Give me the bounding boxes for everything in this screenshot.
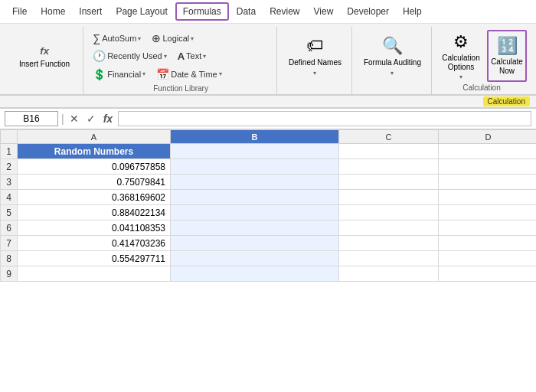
menu-file[interactable]: File — [6, 4, 33, 19]
formula-auditing-dropdown-icon: ▾ — [391, 70, 394, 77]
cell-d1[interactable] — [439, 144, 537, 159]
cell-c7[interactable] — [339, 236, 439, 251]
cell-d2[interactable] — [439, 159, 537, 175]
formula-auditing-label: Formula Auditing — [364, 58, 421, 67]
calculate-now-icon: 🔢 — [497, 36, 518, 56]
cell-c1[interactable] — [339, 144, 439, 159]
cell-d5[interactable] — [439, 205, 537, 220]
name-box[interactable]: B16 — [5, 111, 58, 126]
formula-input[interactable] — [118, 111, 531, 126]
cell-a2[interactable]: 0.096757858 — [18, 159, 171, 175]
table-row: 70.414703236 — [1, 236, 537, 251]
row-header[interactable]: 8 — [1, 251, 18, 266]
menu-home[interactable]: Home — [34, 4, 71, 19]
row-header[interactable]: 2 — [1, 159, 18, 175]
menu-view[interactable]: View — [308, 4, 340, 19]
confirm-formula-button[interactable]: ✓ — [84, 112, 98, 126]
defined-names-dropdown-icon: ▾ — [313, 70, 316, 77]
formula-auditing-button[interactable]: 🔍 Formula Auditing ▾ — [358, 30, 427, 82]
financial-label: Financial — [107, 70, 141, 79]
menu-formulas[interactable]: Formulas — [175, 2, 229, 21]
cell-b4[interactable] — [171, 190, 339, 205]
formula-separator: | — [61, 113, 64, 125]
cell-a3[interactable]: 0.75079841 — [18, 175, 171, 190]
cell-a1[interactable]: Random Numbers — [18, 144, 171, 159]
calculate-now-button[interactable]: 🔢 Calculate Now — [487, 30, 527, 82]
cell-b8[interactable] — [171, 251, 339, 266]
row-header[interactable]: 9 — [1, 266, 18, 282]
table-row: 40.368169602 — [1, 190, 537, 205]
cell-c4[interactable] — [339, 190, 439, 205]
recently-used-label: Recently Used — [107, 51, 162, 60]
cell-b5[interactable] — [171, 205, 339, 220]
cell-b1[interactable] — [171, 144, 339, 159]
text-icon: A — [178, 51, 185, 61]
insert-function-formula-button[interactable]: fx — [101, 112, 115, 126]
row-header[interactable]: 3 — [1, 175, 18, 190]
row-header[interactable]: 4 — [1, 190, 18, 205]
table-row: 60.041108353 — [1, 220, 537, 236]
insert-function-button[interactable]: fx Insert Function — [12, 30, 77, 83]
cell-d8[interactable] — [439, 251, 537, 266]
cell-c3[interactable] — [339, 175, 439, 190]
cancel-formula-button[interactable]: ✕ — [67, 112, 81, 126]
menu-developer[interactable]: Developer — [341, 4, 395, 19]
col-header-b[interactable]: B — [171, 130, 339, 144]
date-time-button[interactable]: 📅 Date & Time ▾ — [152, 66, 227, 83]
cell-d7[interactable] — [439, 236, 537, 251]
menu-bar: File Home Insert Page Layout Formulas Da… — [0, 0, 536, 24]
cell-b6[interactable] — [171, 220, 339, 236]
cell-d3[interactable] — [439, 175, 537, 190]
cell-c8[interactable] — [339, 251, 439, 266]
cell-a9[interactable] — [18, 266, 171, 282]
cell-c9[interactable] — [339, 266, 439, 282]
cell-d4[interactable] — [439, 190, 537, 205]
logical-button[interactable]: ⊕ Logical ▾ — [147, 30, 198, 47]
logical-icon: ⊕ — [152, 33, 161, 44]
cell-d6[interactable] — [439, 220, 537, 236]
cell-a6[interactable]: 0.041108353 — [18, 220, 171, 236]
cell-c6[interactable] — [339, 220, 439, 236]
row-header[interactable]: 7 — [1, 236, 18, 251]
cell-d9[interactable] — [439, 266, 537, 282]
autosum-label: AutoSum — [102, 34, 136, 43]
cell-c5[interactable] — [339, 205, 439, 220]
ribbon-bottom-bar: Calculation — [0, 96, 536, 109]
defined-names-button[interactable]: 🏷 Defined Names ▾ — [283, 30, 347, 82]
menu-help[interactable]: Help — [397, 4, 428, 19]
menu-page-layout[interactable]: Page Layout — [109, 4, 173, 19]
menu-review[interactable]: Review — [263, 4, 306, 19]
recently-used-button[interactable]: 🕐 Recently Used ▾ — [88, 47, 172, 64]
insert-function-label: Insert Function — [19, 60, 70, 69]
defined-names-group: 🏷 Defined Names ▾ — [279, 27, 352, 94]
table-row: 9 — [1, 266, 537, 282]
calc-options-dropdown-icon: ▾ — [459, 74, 462, 80]
cell-a7[interactable]: 0.414703236 — [18, 236, 171, 251]
menu-data[interactable]: Data — [230, 4, 262, 19]
cell-b9[interactable] — [171, 266, 339, 282]
cell-b7[interactable] — [171, 236, 339, 251]
cell-c2[interactable] — [339, 159, 439, 175]
financial-button[interactable]: 💲 Financial ▾ — [88, 66, 150, 83]
row-header[interactable]: 6 — [1, 220, 18, 236]
cell-a4[interactable]: 0.368169602 — [18, 190, 171, 205]
col-header-a[interactable]: A — [18, 130, 171, 144]
calculation-options-button[interactable]: ⚙ Calculation Options ▾ — [436, 30, 485, 82]
cell-a5[interactable]: 0.884022134 — [18, 205, 171, 220]
row-header[interactable]: 5 — [1, 205, 18, 220]
text-button[interactable]: A Text ▾ — [173, 47, 211, 64]
row-header[interactable]: 1 — [1, 144, 18, 159]
menu-insert[interactable]: Insert — [73, 4, 108, 19]
cell-b2[interactable] — [171, 159, 339, 175]
cell-a8[interactable]: 0.554297711 — [18, 251, 171, 266]
defined-names-label: Defined Names — [289, 58, 342, 67]
spreadsheet: A B C D 1Random Numbers20.09675785830.75… — [0, 129, 536, 282]
cell-b3[interactable] — [171, 175, 339, 190]
calculate-now-label: Calculate Now — [490, 57, 524, 76]
recently-used-dropdown-icon: ▾ — [164, 53, 167, 60]
col-header-c[interactable]: C — [339, 130, 439, 144]
col-header-d[interactable]: D — [439, 130, 537, 144]
autosum-button[interactable]: ∑ AutoSum ▾ — [88, 30, 145, 47]
logical-dropdown-icon: ▾ — [191, 35, 194, 42]
autosum-dropdown-icon: ▾ — [138, 35, 141, 42]
